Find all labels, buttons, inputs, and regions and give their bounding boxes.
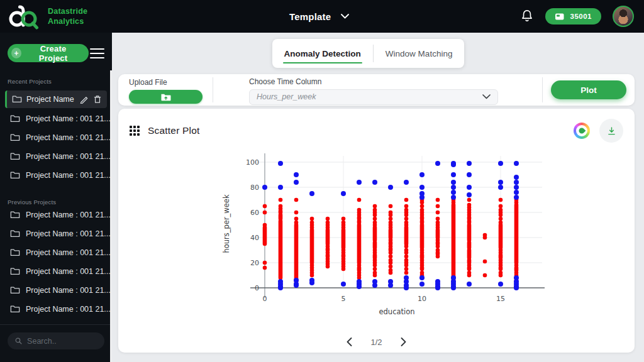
svg-text:hours_per_week: hours_per_week (222, 194, 231, 253)
edit-icon[interactable] (80, 95, 89, 104)
chevron-right-icon (401, 337, 406, 346)
user-avatar[interactable] (613, 6, 634, 27)
time-column-label: Choose Time Column (249, 77, 542, 86)
project-list-item[interactable]: Project Name : 001 21... (0, 281, 112, 300)
project-list-item[interactable]: Project Name : 001 21... (0, 243, 112, 262)
color-theme-icon[interactable] (574, 123, 590, 139)
scatter-plot-card: Scatter Plot 020406080100051015hours_per… (118, 109, 635, 353)
project-label: Project Name : 001 21... (26, 114, 111, 123)
previous-projects-list: Project Name : 001 21...Project Name : 0… (0, 206, 112, 337)
template-label: Template (289, 11, 331, 22)
project-list-item[interactable]: Project Name : 001 21... (0, 224, 112, 243)
credits-value: 35001 (570, 13, 592, 20)
next-page-button[interactable] (399, 336, 408, 348)
brand-name-line1: Datastride (48, 6, 87, 16)
folder-icon (10, 267, 20, 275)
svg-text:education: education (379, 307, 414, 316)
tab-window-matching[interactable]: Window Matching (374, 39, 465, 68)
pagination: 1/2 (118, 336, 635, 348)
project-label: Project Name : 001 21... (26, 305, 111, 314)
wallet-icon (555, 13, 565, 21)
sidebar-scrollbar[interactable] (110, 70, 112, 362)
sidebar-search-area (0, 324, 112, 362)
sidebar: + Create Project Recent Projects Project… (0, 33, 112, 362)
plus-icon: + (11, 48, 21, 58)
folder-icon (10, 248, 20, 256)
chevron-down-icon (341, 14, 349, 19)
project-label: Project Name : 001 21... (26, 133, 111, 142)
project-label: Project Name : 001 21... (26, 229, 111, 238)
project-list-item[interactable]: Project Name : 001 21... (0, 206, 112, 224)
project-label: Project Name : 001 21... (26, 248, 111, 257)
notification-bell-icon[interactable] (520, 9, 534, 24)
brand[interactable]: Datastride Analytics (0, 3, 87, 30)
folder-icon (10, 114, 20, 123)
folder-icon (10, 211, 20, 219)
folder-icon (10, 152, 20, 160)
svg-text:100: 100 (246, 158, 259, 167)
upload-file-button[interactable] (129, 90, 203, 104)
svg-text:0: 0 (255, 284, 259, 292)
template-menu[interactable]: Template (289, 0, 349, 33)
page-indicator: 1/2 (370, 337, 382, 347)
time-column-select[interactable] (249, 89, 498, 105)
svg-text:80: 80 (250, 184, 259, 192)
plot-button[interactable]: Plot (551, 80, 626, 99)
search-icon (15, 337, 22, 345)
credits-badge[interactable]: 35001 (545, 8, 601, 25)
menu-icon[interactable] (89, 44, 106, 63)
folder-upload-icon (160, 92, 171, 102)
search-box[interactable] (8, 332, 104, 349)
folder-icon (10, 286, 20, 294)
tabs: Anomaly Detection Window Matching (272, 39, 465, 68)
chart-title: Scatter Plot (148, 125, 200, 136)
svg-text:15: 15 (496, 295, 505, 303)
svg-text:5: 5 (341, 295, 346, 303)
tab-anomaly-detection[interactable]: Anomaly Detection (272, 39, 373, 68)
top-header: Datastride Analytics Template 35001 (0, 0, 644, 33)
selected-project-label: Project Name :... (26, 95, 75, 104)
project-list-item[interactable]: Project Name : 001 21... (0, 166, 112, 185)
create-project-button[interactable]: + Create Project (8, 44, 89, 62)
selected-project-item[interactable]: Project Name :... (5, 90, 107, 108)
folder-icon (10, 133, 20, 141)
project-list-item[interactable]: Project Name : 001 21... (0, 300, 112, 319)
toolbar: Upload File Choose Time Column (118, 74, 635, 106)
header-actions: 35001 (520, 6, 644, 27)
create-project-label: Create Project (26, 44, 80, 63)
project-label: Project Name : 001 21... (26, 171, 111, 180)
grid-icon (130, 126, 140, 136)
search-input[interactable] (27, 337, 97, 346)
scatter-chart: 020406080100051015hours_per_weekeducatio… (220, 150, 547, 318)
brand-name-line2: Analytics (48, 16, 87, 26)
project-list-item[interactable]: Project Name : 001 21... (0, 128, 112, 147)
project-list-item[interactable]: Project Name : 001 21... (0, 262, 112, 281)
time-column-input[interactable] (257, 92, 482, 101)
folder-icon (10, 229, 20, 238)
chevron-left-icon (347, 337, 352, 346)
download-icon (606, 126, 617, 136)
project-label: Project Name : 001 21... (26, 152, 111, 161)
folder-icon (10, 171, 20, 179)
svg-text:10: 10 (418, 295, 426, 303)
project-list-item[interactable]: Project Name : 001 21... (0, 147, 112, 166)
prev-page-button[interactable] (345, 336, 353, 348)
recent-projects-list: Project Name : 001 21...Project Name : 0… (0, 109, 112, 185)
project-label: Project Name : 001 21... (26, 211, 111, 219)
project-label: Project Name : 001 21... (26, 267, 111, 276)
upload-file-label: Upload File (129, 78, 213, 87)
download-button[interactable] (599, 119, 623, 143)
project-list-item[interactable]: Project Name : 001 21... (0, 109, 112, 128)
svg-text:40: 40 (250, 234, 259, 242)
folder-icon (10, 305, 20, 313)
previous-projects-label: Previous Projects (0, 199, 112, 206)
project-label: Project Name : 001 21... (26, 286, 111, 295)
datastride-logo-icon (8, 3, 43, 30)
svg-text:60: 60 (250, 209, 259, 217)
select-chevron-down-icon (482, 94, 491, 99)
delete-icon[interactable] (93, 95, 102, 104)
svg-text:0: 0 (263, 295, 267, 303)
svg-text:20: 20 (250, 259, 259, 267)
recent-projects-label: Recent Projects (0, 78, 112, 85)
folder-open-icon (12, 95, 22, 103)
